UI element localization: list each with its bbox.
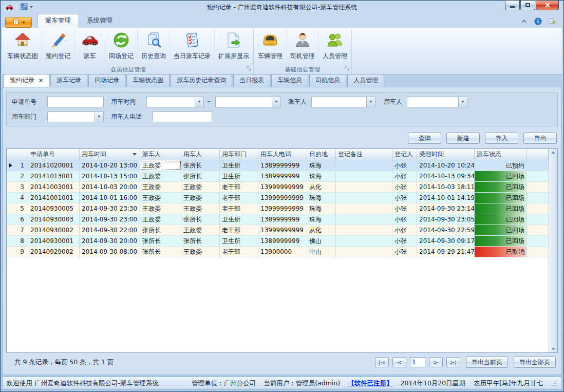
ribbon-button[interactable]: 预约登记 [42,29,74,62]
column-header[interactable]: 目的地 [307,149,336,160]
dialog-launcher-icon[interactable] [344,65,349,72]
ribbon-button[interactable]: 派车 [74,29,105,62]
table-row[interactable]: 1201410200012014-10-20 13:00王政委张所长卫生所138… [7,160,549,171]
table-row[interactable]: 8201409300012014-09-30 20:00张所长张所长卫生所138… [7,236,549,247]
column-header[interactable]: 申请单号 [28,149,80,160]
dispatcher-combo[interactable] [311,97,375,107]
row-filler [527,236,549,246]
layout-icon[interactable] [20,3,33,12]
create-button[interactable]: 新建 [446,133,480,144]
table-row[interactable]: 3201410030012014-10-03 20:00王政委王政委老干部139… [7,182,549,193]
cell: 珠海 [307,171,336,181]
ribbon-button[interactable]: 司机管理 [287,29,319,62]
doc-tab[interactable]: 人员管理 [347,74,384,87]
status-badge: 已回场 [475,182,527,192]
scroll-down-icon[interactable] [551,348,555,350]
cell: 老干部 [220,225,258,235]
table-row[interactable]: 9201409290022014-09-30 08:00张所长王政委老干部139… [7,247,549,257]
use-time-to-combo[interactable] [215,97,281,107]
ribbon-button[interactable]: 当日派车记录 [170,29,215,62]
style-icon[interactable] [548,17,556,25]
vertical-scrollbar[interactable] [549,149,557,352]
query-button[interactable]: 查询 [408,133,441,144]
resize-grip[interactable] [551,380,557,387]
doc-tab[interactable]: 派车历史记录查询 [171,74,232,87]
collapse-ribbon-icon[interactable] [520,17,528,25]
first-page-button[interactable]: |< [375,357,389,367]
column-header[interactable]: 登记备注 [336,149,392,160]
department-label: 用车部门 [12,113,43,121]
cell: 卫生所 [220,171,258,181]
current-user-text: 当前用户：管理员(admin) [264,379,340,388]
doc-tab[interactable]: 车辆状态图 [126,74,170,87]
table-row[interactable]: 7201409300022014-09-30 22:00张所长王政委老干部139… [7,225,549,236]
document-tabs: 预约记录×派车记录回场记录车辆状态图派车历史记录查询当日报表车辆信息司机信息人员… [2,74,562,87]
people-icon [326,31,344,50]
table-row[interactable]: 5201409300052014-09-30 23:30王政委王政委老干部139… [7,203,549,214]
close-button[interactable] [536,1,559,10]
ribbon-button[interactable]: 扩展屏显示 [215,29,253,62]
department-combo[interactable] [47,111,104,122]
user-phone-input[interactable] [153,111,212,122]
next-page-button[interactable]: > [429,357,443,367]
close-tab-icon[interactable]: × [39,77,43,84]
application-no-input[interactable] [47,97,104,107]
info-icon[interactable] [534,17,542,25]
column-header[interactable]: 用车人 [181,149,220,160]
column-header[interactable]: 派车状态 [475,149,527,160]
table-row[interactable]: 4201410010012014-10-01 16:00王政委王政委老干部139… [7,193,549,203]
dialog-launcher-icon[interactable] [246,65,251,72]
column-header[interactable]: 登记人 [392,149,417,160]
column-header[interactable]: 派车人 [140,149,181,160]
car-user-combo[interactable] [407,97,467,107]
data-grid: 申请单号用车时间派车人用车人用车部门用车人电话目的地登记备注登记人受理时间派车状… [6,148,558,353]
export-current-page-button[interactable]: 导出当前页 [466,357,508,368]
chevron-down-icon[interactable] [95,112,103,122]
column-header[interactable]: 用车时间 [80,149,140,160]
department-input[interactable] [48,112,95,122]
column-header[interactable]: 用车人电话 [258,149,307,160]
doc-tab[interactable]: 司机信息 [309,74,346,87]
table-row[interactable]: 6201409300032014-09-30 23:00王政委张所长卫生所138… [7,214,549,225]
app-menu-button[interactable] [5,17,32,28]
ribbon-button[interactable]: 车辆管理 [254,29,287,62]
use-time-to-input[interactable] [216,97,272,107]
chevron-down-icon[interactable] [272,97,280,107]
ribbon-button[interactable]: 人员管理 [319,29,351,62]
column-header[interactable]: 用车部门 [220,149,258,160]
doc-tab[interactable]: 预约记录× [4,74,49,87]
ribbon-button[interactable]: 车辆状态图 [4,29,42,62]
user-phone-label: 用车人电话 [111,113,148,121]
doc-tab[interactable]: 当日报表 [233,74,270,87]
dispatcher-input[interactable] [312,97,366,107]
table-row[interactable]: 2201410130012014-10-13 15:00王政委张所长卫生所138… [7,171,549,182]
maximize-button[interactable] [520,1,535,10]
scroll-up-icon[interactable] [551,151,555,154]
last-page-button[interactable]: >| [446,357,460,367]
chevron-down-icon[interactable] [366,97,375,107]
prev-page-button[interactable]: < [392,357,406,367]
chevron-down-icon[interactable] [458,97,467,107]
cell: 小张 [392,160,417,171]
ribbon-button[interactable]: 回场登记 [105,29,138,62]
car-user-input[interactable] [407,97,458,107]
use-time-from-input[interactable] [147,97,195,107]
doc-tab[interactable]: 车辆信息 [271,74,308,87]
chevron-down-icon[interactable] [195,97,203,107]
minimize-icon [510,6,515,8]
export-button[interactable]: 导出 [523,133,557,144]
license-link[interactable]: 【软件已注册】 [348,379,393,388]
use-time-from-combo[interactable] [146,97,204,107]
page-number-input[interactable] [410,357,425,367]
column-header[interactable]: 受理时间 [417,149,475,160]
doc-tab[interactable]: 派车记录 [50,74,87,87]
minimize-button[interactable] [505,1,520,10]
ribbon-tab[interactable]: 派车管理 [37,14,79,28]
doc-tab[interactable]: 回场记录 [88,74,125,87]
ribbon-button[interactable]: 历史查询 [138,29,170,62]
export-all-pages-button[interactable]: 导出全部页 [514,357,556,368]
import-button[interactable]: 导入 [485,133,518,144]
doc-tab-label: 派车历史记录查询 [177,76,226,85]
ribbon-tab[interactable]: 系统管理 [79,14,120,28]
row-number: 3 [20,183,24,191]
